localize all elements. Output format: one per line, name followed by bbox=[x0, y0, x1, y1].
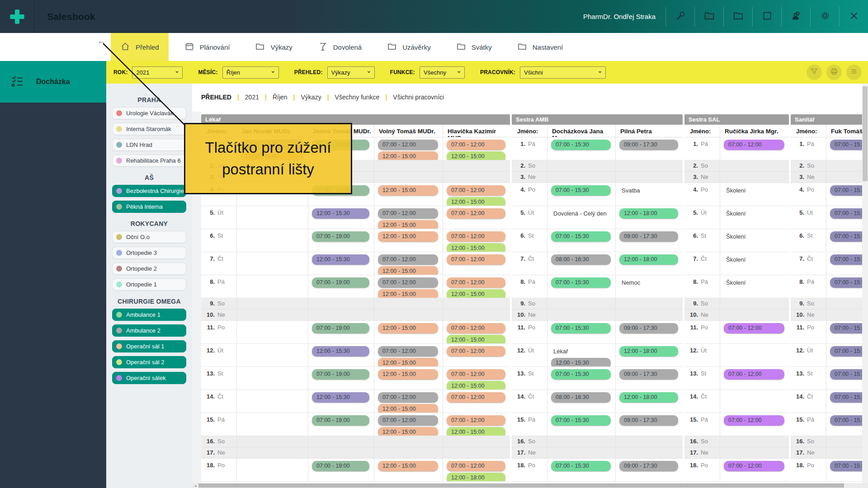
shift-cell[interactable]: 12:00 - 18:00 bbox=[615, 252, 683, 275]
shift-cell[interactable]: 07:00 - 12:0012:00 - 18:00 bbox=[443, 459, 510, 481]
shift-cell[interactable]: 08:00 - 16:30 bbox=[547, 390, 615, 413]
breadcrumb-item[interactable]: Výkazy bbox=[301, 94, 321, 101]
shift-pill[interactable]: 12:00 - 18:00 bbox=[619, 346, 678, 357]
shift-cell[interactable]: 12:00 - 18:00 bbox=[615, 390, 683, 413]
shift-cell[interactable]: 12:00 - 15:30 bbox=[308, 252, 374, 275]
shift-cell[interactable]: 07:00 - 12:0012:00 - 15:00 bbox=[374, 275, 443, 298]
shift-cell[interactable]: 09:00 - 17:30 bbox=[615, 367, 683, 389]
shift-cell[interactable]: 07:00 - 19:00 bbox=[308, 229, 374, 252]
shift-cell[interactable] bbox=[308, 436, 374, 447]
shift-pill[interactable]: 12:00 - 18:00 bbox=[619, 254, 678, 265]
shift-cell[interactable]: 07:00 - 15:30 bbox=[547, 321, 615, 343]
shift-pill[interactable]: 08:00 - 16:30 bbox=[551, 254, 611, 265]
breadcrumb-item[interactable]: 2021 bbox=[245, 94, 259, 101]
shift-cell[interactable] bbox=[720, 310, 789, 320]
shift-pill[interactable]: 07:00 - 12:00 bbox=[724, 140, 784, 150]
shift-pill[interactable]: 12:00 - 15:00 bbox=[447, 151, 505, 160]
shift-cell[interactable]: 07:00 - 12:00 bbox=[720, 413, 789, 436]
topbar-window-button[interactable] bbox=[752, 7, 781, 27]
shift-cell[interactable] bbox=[236, 310, 308, 320]
filter-year-select[interactable]: 2021 bbox=[132, 66, 183, 79]
shift-pill[interactable]: 09:00 - 17:30 bbox=[619, 369, 678, 380]
sidebar-item-pe-kna-interna[interactable]: Pěkná Interna bbox=[112, 201, 186, 213]
shift-pill[interactable]: 07:00 - 12:00 bbox=[378, 277, 438, 288]
shift-pill[interactable]: 07:00 - 19:00 bbox=[312, 461, 369, 471]
shift-note[interactable]: Školení bbox=[724, 208, 784, 219]
shift-cell[interactable]: 07:00 - 12:00 bbox=[443, 390, 510, 413]
shift-cell[interactable] bbox=[443, 436, 510, 447]
filterbar-menu-button[interactable] bbox=[846, 65, 862, 80]
shift-cell[interactable]: 07:00 - 12:0012:00 - 15:00 bbox=[443, 367, 510, 389]
shift-pill[interactable]: 07:00 - 15:30 bbox=[551, 369, 611, 380]
filterbar-print-button[interactable] bbox=[826, 65, 842, 80]
person-name-cell[interactable]: Pilná Petra bbox=[615, 125, 683, 137]
shift-pill[interactable]: 07:00 - 15:30 bbox=[551, 185, 611, 196]
shift-cell[interactable]: 07:00 - 15:30 bbox=[547, 275, 615, 298]
shift-cell[interactable] bbox=[720, 436, 789, 447]
tab-svatky[interactable]: Svátky bbox=[447, 33, 501, 61]
shift-cell[interactable] bbox=[615, 160, 683, 171]
shift-cell[interactable]: 07:00 - 19:00 bbox=[308, 459, 374, 481]
shift-pill[interactable]: 12:00 - 15:00 bbox=[378, 220, 438, 229]
shift-cell[interactable]: 07:00 - 12:00 bbox=[443, 206, 510, 229]
sidebar-item-operac-ni-sa-l-1[interactable]: Operační sál 1 bbox=[112, 340, 186, 352]
tab-uzaverky[interactable]: Uzávěrky bbox=[377, 33, 440, 61]
shift-cell[interactable]: 07:00 - 12:0012:00 - 15:00 bbox=[374, 390, 443, 413]
topbar-folder-button[interactable] bbox=[723, 7, 752, 27]
shift-pill[interactable]: 12:00 - 15:00 bbox=[447, 197, 505, 206]
shift-pill[interactable]: 07:00 - 12:00 bbox=[447, 254, 505, 265]
shift-cell[interactable] bbox=[547, 310, 615, 320]
shift-pill[interactable]: 07:00 - 15:30 bbox=[551, 323, 611, 333]
shift-pill[interactable]: 12:00 - 15:00 bbox=[378, 323, 438, 333]
shift-pill[interactable]: 12:00 - 15:30 bbox=[551, 358, 611, 366]
sidebar-item-oc-ni-o-o[interactable]: Oční O.o bbox=[112, 231, 186, 243]
shift-cell[interactable]: 07:00 - 12:0012:00 - 15:00 bbox=[374, 137, 443, 160]
shift-cell[interactable] bbox=[236, 321, 308, 343]
shift-cell[interactable]: 07:00 - 15:30 bbox=[547, 367, 615, 389]
breadcrumb-item[interactable]: Všechny funkce bbox=[335, 94, 380, 101]
shift-cell[interactable] bbox=[615, 298, 683, 309]
shift-pill[interactable]: 07:00 - 19:00 bbox=[312, 415, 369, 426]
shift-cell[interactable] bbox=[720, 447, 789, 458]
tab-planovani[interactable]: Plánování bbox=[175, 33, 240, 61]
shift-pill[interactable]: 07:00 - 12:00 bbox=[724, 369, 784, 380]
shift-pill[interactable]: 07:00 - 15:30 bbox=[551, 461, 611, 471]
shift-note[interactable]: Školení bbox=[724, 231, 784, 242]
shift-cell[interactable]: Svatba bbox=[615, 183, 683, 206]
shift-pill[interactable]: 07:00 - 12:00 bbox=[378, 208, 438, 219]
sidebar-item-urologie-va-clava-k[interactable]: Urologie Václavák bbox=[112, 107, 186, 119]
shift-pill[interactable]: 09:00 - 17:30 bbox=[619, 140, 678, 150]
shift-cell[interactable]: 07:00 - 12:00 bbox=[443, 344, 510, 366]
topbar-user-button[interactable] bbox=[781, 7, 810, 27]
shift-pill[interactable]: 12:00 - 15:00 bbox=[378, 358, 438, 366]
shift-pill[interactable]: 09:00 - 17:30 bbox=[619, 323, 678, 333]
shift-pill[interactable]: 07:00 - 12:00 bbox=[447, 185, 505, 196]
breadcrumb-item[interactable]: Všichni pracovníci bbox=[393, 94, 444, 101]
shift-pill[interactable]: 12:00 - 15:00 bbox=[447, 381, 505, 389]
collapse-sidebar-button[interactable]: ← bbox=[95, 36, 108, 47]
shift-note[interactable]: Školení bbox=[724, 185, 784, 196]
shift-pill[interactable]: 12:00 - 15:30 bbox=[312, 254, 369, 265]
shift-cell[interactable]: 09:00 - 17:30 bbox=[615, 459, 683, 481]
shift-cell[interactable]: 08:00 - 16:30 bbox=[547, 252, 615, 275]
shift-cell[interactable] bbox=[236, 436, 308, 447]
shift-cell[interactable] bbox=[236, 206, 308, 229]
shift-cell[interactable]: 09:00 - 17:30 bbox=[615, 413, 683, 436]
sidebar-item-ldn-hrad[interactable]: LDN Hrad bbox=[112, 139, 186, 151]
filter-worker-select[interactable]: Všichni bbox=[520, 66, 606, 79]
topbar-key-button[interactable] bbox=[665, 7, 694, 27]
shift-cell[interactable]: 07:00 - 15:30 bbox=[547, 459, 615, 481]
shift-pill[interactable]: 12:00 - 15:00 bbox=[378, 185, 438, 196]
shift-cell[interactable]: 09:00 - 17:30 bbox=[615, 229, 683, 252]
shift-cell[interactable]: 07:00 - 12:00 bbox=[720, 459, 789, 481]
shift-cell[interactable] bbox=[443, 172, 510, 183]
shift-pill[interactable]: 07:00 - 19:00 bbox=[312, 231, 369, 242]
shift-cell[interactable] bbox=[236, 367, 308, 389]
shift-pill[interactable]: 07:00 - 15:30 bbox=[551, 231, 611, 242]
person-name-cell[interactable]: Volný Tomáš MUDr. bbox=[374, 125, 443, 137]
tab-nastaveni[interactable]: Nastavení bbox=[508, 33, 573, 61]
shift-pill[interactable]: 07:00 - 12:00 bbox=[447, 346, 505, 357]
shift-cell[interactable]: 07:00 - 12:00 bbox=[443, 252, 510, 275]
shift-pill[interactable]: 12:00 - 18:00 bbox=[619, 392, 678, 403]
shift-cell[interactable] bbox=[236, 252, 308, 275]
